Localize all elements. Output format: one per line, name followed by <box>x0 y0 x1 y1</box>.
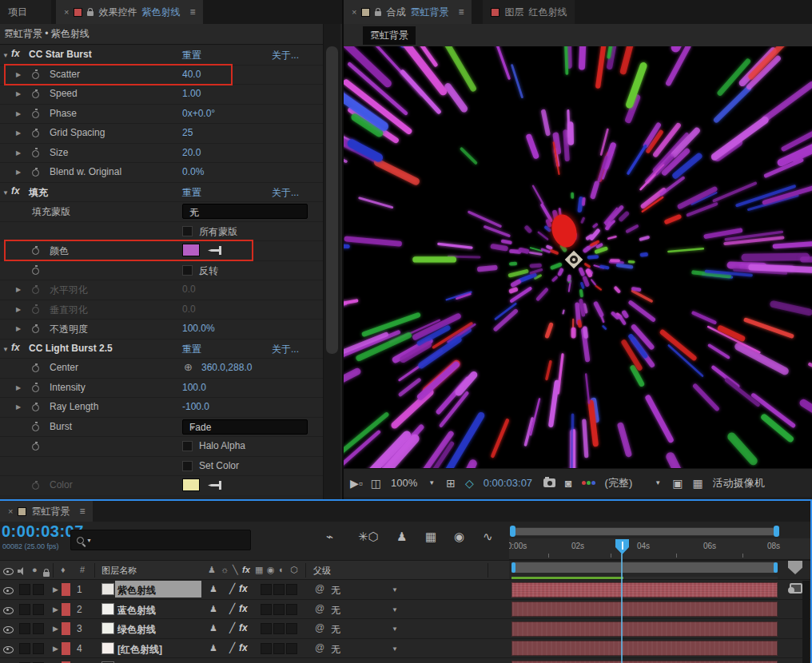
layer-switch-box[interactable] <box>33 643 44 654</box>
chevron-down-icon[interactable]: ▼ <box>392 606 398 613</box>
reset-link[interactable]: 重置 <box>182 186 201 200</box>
about-link[interactable]: 关于... <box>272 186 299 200</box>
resolution-value[interactable]: (完整) <box>605 476 633 490</box>
stopwatch-icon[interactable] <box>32 423 39 434</box>
always-preview-icon[interactable]: ▶▫ <box>350 477 363 490</box>
draft-3d-icon[interactable]: ✳⬡ <box>358 530 379 544</box>
parameter-value[interactable]: -100.0 <box>182 401 209 412</box>
layer-visibility-eye-icon[interactable] <box>3 625 14 636</box>
parent-dropdown-value[interactable]: 无 <box>331 604 340 617</box>
expand-arrow-icon[interactable]: ▶ <box>16 286 21 293</box>
effect-header[interactable]: ▼fxCC Star Burst重置关于... <box>0 46 323 66</box>
expand-arrow-icon[interactable]: ▶ <box>16 90 21 97</box>
navigator-end-handle[interactable] <box>774 526 779 537</box>
fx-switch[interactable]: fx <box>239 583 248 594</box>
parameter-value[interactable]: 0.0% <box>182 166 204 177</box>
panel-menu-icon[interactable]: ≡ <box>189 6 195 18</box>
zoom-level[interactable]: 100% <box>391 477 417 489</box>
stopwatch-icon[interactable] <box>32 70 39 81</box>
composition-viewport[interactable] <box>344 46 812 468</box>
expand-arrow-icon[interactable]: ▶ <box>16 71 21 78</box>
layer-switch-box[interactable] <box>286 623 297 634</box>
expand-arrow-icon[interactable]: ▶ <box>16 403 21 411</box>
zoom-dropdown-caret[interactable]: ▼ <box>428 479 435 486</box>
layer-name[interactable]: 绿色射线 <box>117 623 156 637</box>
expand-arrow-icon[interactable]: ▶ <box>16 325 21 332</box>
stopwatch-icon[interactable] <box>32 285 39 296</box>
parameter-value[interactable]: 0.0 <box>182 304 196 315</box>
eyedropper-icon[interactable] <box>208 481 225 492</box>
layer-switch-box[interactable] <box>261 604 272 615</box>
stopwatch-icon[interactable] <box>32 403 39 414</box>
layer-switch-box[interactable] <box>261 643 272 654</box>
crosshair-icon[interactable]: ⊕ <box>184 361 193 373</box>
expand-arrow-icon[interactable]: ▶ <box>16 129 21 137</box>
comp-button-icon[interactable] <box>790 583 802 594</box>
parent-dropdown-value[interactable]: 无 <box>331 643 340 657</box>
parameter-dropdown[interactable]: Fade▼ <box>182 419 308 435</box>
parent-column-header[interactable]: 父级 <box>313 565 331 577</box>
time-navigator[interactable] <box>514 528 775 535</box>
parameter-value[interactable]: 360.0,288.0 <box>201 362 252 373</box>
effects-scrollbar-thumb[interactable] <box>326 46 338 354</box>
tab-effect-controls[interactable]: × 效果控件 紫色射线 ≡ <box>56 0 203 24</box>
shy-switch[interactable]: ♟ <box>209 604 217 614</box>
tab-timeline-comp[interactable]: × 霓虹背景 ≡ <box>0 501 93 522</box>
stopwatch-icon[interactable] <box>32 129 39 140</box>
graph-editor-icon[interactable]: ∿ <box>483 530 493 544</box>
layer-duration-bar[interactable] <box>511 601 778 617</box>
stopwatch-icon[interactable] <box>32 168 39 179</box>
tab-layer-viewer[interactable]: 图层 红色射线 <box>483 0 575 24</box>
layer-switch-box[interactable] <box>19 623 30 634</box>
reset-link[interactable]: 重置 <box>182 49 201 62</box>
about-link[interactable]: 关于... <box>272 343 299 356</box>
active-camera-selector[interactable]: 活动摄像机 <box>713 476 765 490</box>
stopwatch-icon[interactable] <box>32 266 39 277</box>
snapshot-camera-icon[interactable] <box>543 478 555 487</box>
layer-expand-arrow-icon[interactable]: ▶ <box>53 645 58 653</box>
layer-switch-box[interactable] <box>286 643 297 654</box>
quality-switch[interactable]: ╱ <box>229 583 235 594</box>
work-area-start-handle[interactable] <box>511 562 515 573</box>
quality-switch[interactable]: ╱ <box>229 622 235 633</box>
show-channels-icon[interactable] <box>582 481 595 485</box>
layer-switch-box[interactable] <box>273 584 285 595</box>
expand-arrow-icon[interactable]: ▶ <box>16 306 21 313</box>
table-row[interactable]: ▶2蓝色射线♟╱fx@无▼ <box>0 600 812 620</box>
chevron-down-icon[interactable]: ▼ <box>392 645 398 653</box>
layer-switch-box[interactable] <box>19 584 30 595</box>
tab-project[interactable]: 项目 <box>0 0 51 24</box>
parameter-checkbox[interactable] <box>182 226 193 236</box>
motion-blur-icon[interactable]: ◉ <box>454 530 464 544</box>
expand-arrow-icon[interactable]: ▼ <box>2 52 9 59</box>
layer-name-column-header[interactable]: 图层名称 <box>102 565 137 577</box>
navigator-start-handle[interactable] <box>510 526 515 537</box>
expand-arrow-icon[interactable]: ▶ <box>16 149 21 157</box>
shy-layers-icon[interactable]: ♟ <box>396 530 407 544</box>
layer-switch-box[interactable] <box>19 604 30 615</box>
color-swatch[interactable] <box>182 244 200 256</box>
parameter-value[interactable]: 20.0 <box>182 147 201 158</box>
comp-navigator-chip[interactable]: 霓虹背景 <box>363 26 416 45</box>
reset-link[interactable]: 重置 <box>182 343 201 356</box>
stopwatch-icon[interactable] <box>32 305 39 316</box>
layer-switch-box[interactable] <box>286 584 297 595</box>
about-link[interactable]: 关于... <box>272 49 299 62</box>
fx-switch[interactable]: fx <box>239 603 248 614</box>
layer-switch-box[interactable] <box>33 584 44 595</box>
layer-duration-bar[interactable] <box>511 621 778 637</box>
fx-switch[interactable]: fx <box>239 622 248 633</box>
parameter-value[interactable]: 0x+0.0° <box>182 108 215 119</box>
parameter-checkbox[interactable] <box>182 265 193 276</box>
parameter-value[interactable]: 100.0% <box>182 323 215 334</box>
transparency-grid-icon[interactable]: ▦ <box>692 477 703 490</box>
parameter-checkbox[interactable] <box>182 441 193 451</box>
magnification-monitor-icon[interactable]: ◫ <box>371 477 381 490</box>
layer-label-chip[interactable] <box>62 642 70 655</box>
layer-switch-box[interactable] <box>33 623 44 634</box>
chevron-down-icon[interactable]: ▼ <box>392 586 398 594</box>
effect-name[interactable]: CC Star Burst <box>29 49 92 60</box>
time-navigator-track[interactable] <box>511 527 778 536</box>
layer-switch-box[interactable] <box>19 643 30 654</box>
parameter-value[interactable]: 40.0 <box>182 69 201 80</box>
